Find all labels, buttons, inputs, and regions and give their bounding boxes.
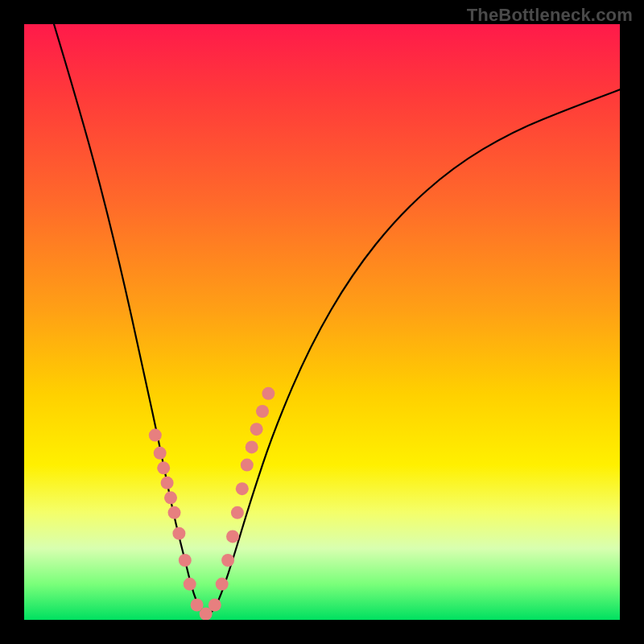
chart-svg <box>24 24 620 620</box>
watermark-text: TheBottleneck.com <box>467 5 633 26</box>
data-dot <box>164 491 177 504</box>
data-dot <box>172 527 185 540</box>
data-dot <box>231 506 244 519</box>
data-dot <box>168 506 181 519</box>
data-dot <box>250 423 263 436</box>
data-dot <box>161 477 174 489</box>
data-dot <box>256 405 269 418</box>
data-dot <box>236 482 249 495</box>
data-dot <box>221 554 234 567</box>
data-dot <box>149 429 162 442</box>
data-dot <box>262 387 275 400</box>
data-dot <box>241 459 254 472</box>
chart-frame: TheBottleneck.com <box>0 0 644 644</box>
data-dot <box>184 578 196 591</box>
data-dot <box>226 530 239 543</box>
data-dot <box>208 599 221 612</box>
data-dot <box>179 554 192 567</box>
data-dot <box>154 447 167 460</box>
bottleneck-curve <box>54 24 620 614</box>
plot-area <box>24 24 620 620</box>
dots-group <box>149 387 275 620</box>
data-dot <box>216 578 229 591</box>
data-dot <box>157 461 170 474</box>
data-dot <box>246 440 258 453</box>
